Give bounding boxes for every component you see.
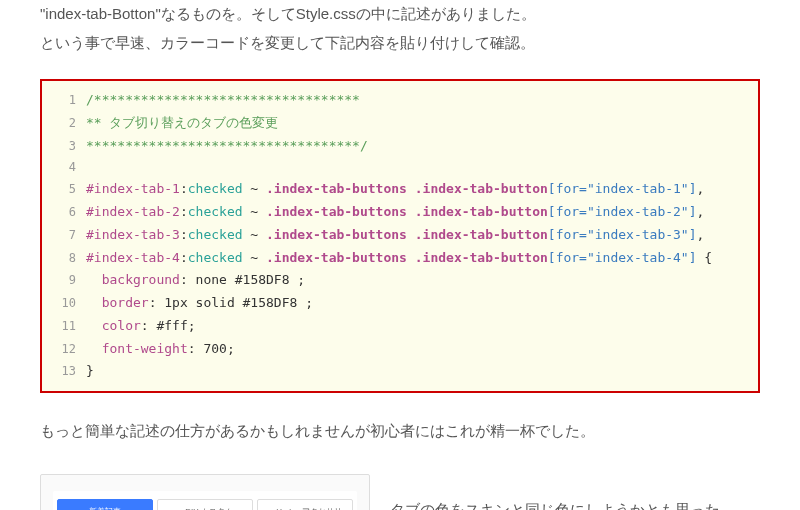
code-content: ** タブ切り替えのタブの色変更 [86, 112, 758, 135]
line-number: 2 [42, 113, 86, 134]
preview-tab: 新着記事 [57, 499, 153, 511]
outro-paragraph: もっと簡単な記述の仕方があるかもしれませんが初心者にはこれが精一杯でした。 [40, 417, 760, 446]
code-line: 3***********************************/ [42, 135, 758, 158]
code-content: #index-tab-3:checked ~ .index-tab-button… [86, 224, 758, 247]
after-image-text: タブの色をスキンと同じ色にしようかとも思った [390, 468, 720, 511]
code-content: ***********************************/ [86, 135, 758, 158]
outro-line-1: もっと簡単な記述の仕方があるかもしれませんが初心者にはこれが精一杯でした。 [40, 422, 595, 439]
code-line: 1/********************************** [42, 89, 758, 112]
code-line: 11 color: #fff; [42, 315, 758, 338]
code-line: 13} [42, 360, 758, 383]
code-line: 5#index-tab-1:checked ~ .index-tab-butto… [42, 178, 758, 201]
code-content: #index-tab-1:checked ~ .index-tab-button… [86, 178, 758, 201]
line-number: 13 [42, 361, 86, 382]
code-line: 4 [42, 157, 758, 178]
code-content: border: 1px solid #158DF8 ; [86, 292, 758, 315]
intro-line-2: という事で早速、カラーコードを変更して下記内容を貼り付けして確認。 [40, 34, 535, 51]
line-number: 11 [42, 316, 86, 337]
code-content: /********************************** [86, 89, 758, 112]
code-content: #index-tab-4:checked ~ .index-tab-button… [86, 247, 758, 270]
code-line: 9 background: none #158DF8 ; [42, 269, 758, 292]
line-number: 7 [42, 225, 86, 246]
preview-tab: ・DIY カスタム [157, 499, 253, 511]
line-number: 9 [42, 270, 86, 291]
code-line: 2** タブ切り替えのタブの色変更 [42, 112, 758, 135]
code-content: } [86, 360, 758, 383]
line-number: 3 [42, 136, 86, 157]
line-number: 8 [42, 248, 86, 269]
intro-line-1: "index-tab-Botton"なるものを。そしてStyle.cssの中に記… [40, 5, 536, 22]
code-line: 8#index-tab-4:checked ~ .index-tab-butto… [42, 247, 758, 270]
code-line: 6#index-tab-2:checked ~ .index-tab-butto… [42, 201, 758, 224]
code-content: background: none #158DF8 ; [86, 269, 758, 292]
preview-tab: ・Harley アクセサリ [257, 499, 353, 511]
line-number: 10 [42, 293, 86, 314]
code-line: 12 font-weight: 700; [42, 338, 758, 361]
code-content: #index-tab-2:checked ~ .index-tab-button… [86, 201, 758, 224]
code-line: 10 border: 1px solid #158DF8 ; [42, 292, 758, 315]
intro-paragraph: "index-tab-Botton"なるものを。そしてStyle.cssの中に記… [40, 0, 760, 57]
tab-preview-image: 新着記事・DIY カスタム・Harley アクセサリ [40, 474, 370, 511]
line-number: 1 [42, 90, 86, 111]
code-block: 1/**********************************2** … [40, 79, 760, 393]
code-content: color: #fff; [86, 315, 758, 338]
line-number: 5 [42, 179, 86, 200]
preview-tab-row: 新着記事・DIY カスタム・Harley アクセサリ [53, 491, 357, 511]
code-line: 7#index-tab-3:checked ~ .index-tab-butto… [42, 224, 758, 247]
code-content: font-weight: 700; [86, 338, 758, 361]
line-number: 12 [42, 339, 86, 360]
line-number: 4 [42, 157, 86, 178]
line-number: 6 [42, 202, 86, 223]
